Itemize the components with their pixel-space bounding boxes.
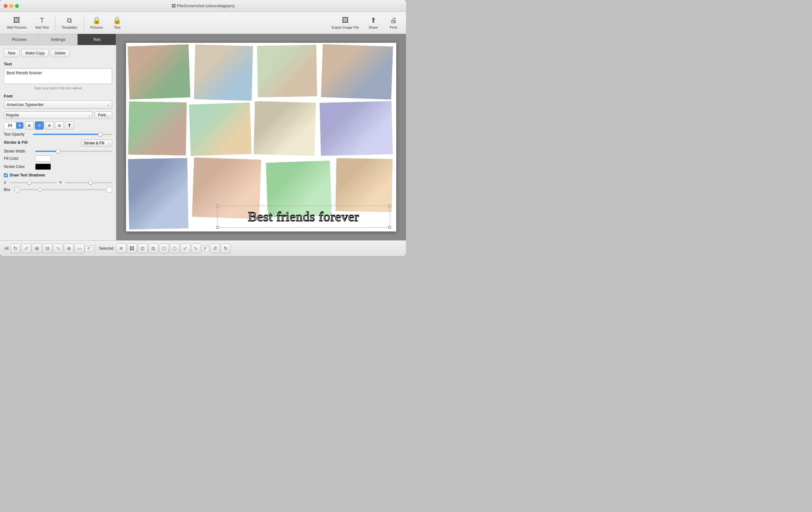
bottom-toolbar: All ↻ ⤢ ⊞ ⊟ ⤡ ⊕ — 0° Selected ✕ 🖼 ⊡ ⧉ ⬡ … [0, 240, 406, 256]
text-overlay[interactable]: Best friends forever [217, 206, 390, 228]
opacity-thumb[interactable] [98, 132, 103, 136]
center-button[interactable]: ⊕ [64, 243, 74, 253]
rotate-all-button[interactable]: ↻ [10, 243, 21, 253]
pictures-button[interactable]: 🔒 Pictures [86, 15, 107, 31]
print-button[interactable]: 🖨 Print [384, 15, 403, 31]
text-label: Text [114, 25, 120, 29]
stroke-color-row: Stroke Color [4, 164, 112, 170]
separator-2 [84, 15, 84, 31]
size-align-row: ▼ ≡ ≡ ≡ ≡ T [4, 122, 112, 130]
handle-bottom-right[interactable] [388, 226, 391, 228]
align-justify-button[interactable]: ≡ [55, 122, 64, 130]
degree-value: 0° [87, 247, 91, 250]
photo-9 [127, 157, 190, 230]
shadow-y-slider[interactable] [65, 182, 113, 183]
draw-shadows-row: Draw Text Shadows [4, 173, 112, 178]
close-button[interactable] [4, 4, 7, 8]
shadow-y-item: Y [59, 181, 113, 185]
blur-thumb[interactable] [38, 188, 42, 191]
close-selected-button[interactable]: ✕ [116, 243, 126, 253]
shadow-x-thumb[interactable] [27, 181, 31, 185]
pictures-label: Pictures [90, 25, 103, 29]
share-button[interactable]: ⬆ Share [364, 15, 383, 31]
stroke-width-thumb[interactable] [56, 149, 60, 154]
font-dialog-button[interactable]: Font... [94, 111, 112, 119]
fullscreen-button[interactable] [15, 4, 19, 8]
tab-text[interactable]: Text [78, 34, 116, 45]
photo-selected-button[interactable]: 🖼 [127, 243, 137, 253]
rotate-left-button[interactable]: ↺ [210, 243, 220, 253]
rotate-right-button[interactable]: ↻ [221, 243, 231, 253]
stroke-color-label: Stroke Color [4, 164, 35, 169]
text-input[interactable] [4, 68, 112, 84]
text-lock-icon: 🔒 [113, 16, 121, 25]
size-toggle-button[interactable]: ▼ [16, 122, 23, 129]
minus-button[interactable]: — [75, 243, 85, 253]
stroke-width-row: Stroke Width [4, 149, 112, 154]
stroke-width-slider[interactable] [35, 151, 112, 152]
handle-top-right[interactable] [388, 205, 391, 207]
pictures-icon: 🔒 [92, 16, 101, 25]
fit-button[interactable]: ⤡ [53, 243, 63, 253]
align-left-button[interactable]: ≡ [25, 122, 34, 130]
text-section-label: Text [4, 62, 112, 66]
blur-slider[interactable] [21, 189, 105, 190]
separator-bottom [95, 244, 95, 253]
draw-shadows-label: Draw Text Shadows [10, 173, 45, 178]
align-center-button[interactable]: ≡ [35, 122, 44, 130]
minimize-button[interactable] [9, 4, 13, 8]
text-lock-button[interactable]: 🔒 Text [108, 15, 127, 31]
send-back-button[interactable]: ⬡ [170, 243, 180, 253]
print-label: Print [390, 25, 397, 29]
traffic-lights [4, 4, 19, 8]
add-text-button[interactable]: T Add Text [31, 15, 53, 31]
templates-icon: ⧉ [67, 16, 72, 25]
stroke-fill-select-wrap: Stroke & Fill [81, 140, 112, 146]
blur-swatch-dark [14, 187, 20, 192]
tab-settings[interactable]: Settings [39, 34, 77, 45]
collage-canvas[interactable]: Best friends forever [126, 43, 396, 232]
bring-forward-button[interactable]: ⬡ [159, 243, 169, 253]
handle-bottom-left[interactable] [216, 226, 219, 228]
sidebar-content: New Make Copy Delete Text Type your text… [0, 45, 116, 240]
fill-color-label: Fill Color [4, 156, 35, 161]
text-style-button[interactable]: T [65, 122, 74, 130]
photo-12 [335, 157, 394, 213]
stroke-fill-type-selector[interactable]: Stroke & Fill [81, 140, 112, 146]
draw-shadows-checkbox[interactable] [4, 173, 8, 178]
resize-selected-button[interactable]: ⤢ [180, 243, 191, 253]
copy-selected-button[interactable]: ⧉ [148, 243, 158, 253]
add-pictures-button[interactable]: 🖼 Add Pictures [3, 15, 30, 31]
size-input-wrap: ▼ [4, 122, 24, 129]
handle-top-left[interactable] [216, 205, 219, 207]
opacity-slider[interactable] [33, 134, 112, 135]
export-button[interactable]: 🖼 Export Image File [328, 15, 362, 31]
font-size-input[interactable] [4, 122, 16, 129]
font-label: Font [4, 94, 112, 99]
templates-button[interactable]: ⧉ Templates [58, 15, 81, 31]
selected-degree-display: 0° [202, 246, 210, 251]
stroke-color-swatch[interactable] [35, 164, 51, 170]
app-window: 🖼 PileScreenshot.turbocollageproj 🖼 Add … [0, 0, 406, 256]
make-copy-button[interactable]: Make Copy [21, 49, 49, 57]
fit-selected-button[interactable]: ⤡ [191, 243, 201, 253]
crop-button[interactable]: ⊡ [138, 243, 148, 253]
selected-degree-value: 0° [204, 247, 207, 250]
photo-7 [253, 100, 317, 157]
stroke-width-label: Stroke Width [4, 149, 35, 154]
shadow-x-slider[interactable] [9, 182, 57, 183]
fill-color-swatch[interactable] [35, 155, 51, 162]
align-right-button[interactable]: ≡ [45, 122, 54, 130]
delete-button[interactable]: Delete [51, 49, 70, 57]
new-button[interactable]: New [4, 49, 20, 57]
style-select-wrap: Regular [4, 111, 93, 119]
grid2-button[interactable]: ⊟ [42, 243, 53, 253]
font-style-row: Regular Font... [4, 111, 112, 119]
font-style-selector[interactable]: Regular [4, 111, 93, 119]
font-selector[interactable]: American Typewriter [4, 100, 112, 109]
grid-button[interactable]: ⊞ [32, 243, 42, 253]
tab-pictures[interactable]: Pictures [0, 34, 39, 45]
expand-button[interactable]: ⤢ [21, 243, 31, 253]
canvas-area[interactable]: Best friends forever [116, 34, 406, 240]
shadow-y-thumb[interactable] [89, 181, 92, 185]
